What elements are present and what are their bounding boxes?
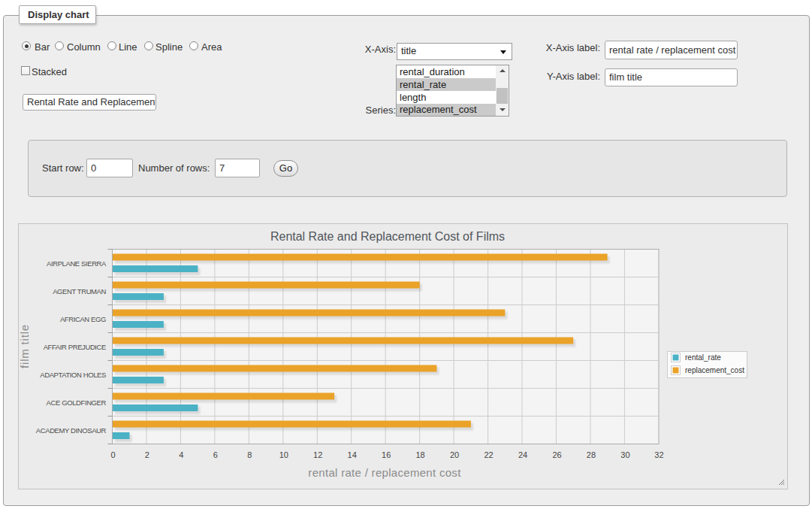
svg-text:10: 10 [279,450,288,459]
svg-text:16: 16 [382,450,391,459]
svg-text:rental rate / replacement cost: rental rate / replacement cost [308,466,461,479]
svg-text:film title: film title [19,324,31,368]
svg-text:AFFAIR PREJUDICE: AFFAIR PREJUDICE [44,343,106,351]
svg-text:2: 2 [145,450,149,459]
svg-text:20: 20 [450,450,459,459]
svg-text:12: 12 [313,450,322,459]
svg-text:ACE GOLDFINGER: ACE GOLDFINGER [47,398,107,407]
svg-text:24: 24 [518,450,527,459]
svg-text:replacement_cost: replacement_cost [685,366,744,374]
svg-text:ACADEMY DINOSAUR: ACADEMY DINOSAUR [36,426,107,435]
svg-text:4: 4 [179,450,183,459]
svg-text:30: 30 [620,450,629,459]
svg-text:AGENT TRUMAN: AGENT TRUMAN [53,287,106,295]
svg-text:AIRPLANE SIERRA: AIRPLANE SIERRA [47,259,107,268]
svg-text:rental_rate: rental_rate [685,353,721,362]
svg-text:6: 6 [213,450,218,459]
svg-text:26: 26 [552,450,561,459]
svg-text:14: 14 [348,450,357,459]
svg-text:32: 32 [654,450,663,459]
svg-text:ADAPTATION HOLES: ADAPTATION HOLES [40,371,106,379]
svg-text:0: 0 [110,450,115,459]
svg-text:AFRICAN EGG: AFRICAN EGG [60,315,106,323]
svg-text:28: 28 [587,450,596,459]
svg-text:22: 22 [484,450,493,459]
svg-text:8: 8 [247,450,252,459]
svg-text:18: 18 [415,450,424,459]
svg-text:Rental Rate and Replacement Co: Rental Rate and Replacement Cost of Film… [270,230,505,243]
